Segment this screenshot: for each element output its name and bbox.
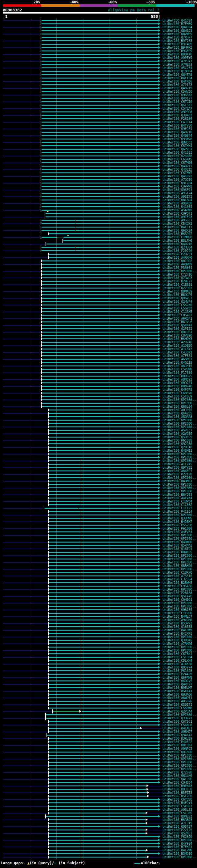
hsp-bar — [49, 460, 158, 461]
hsp-bar — [49, 586, 158, 587]
subject-overhang-line — [3, 725, 48, 725]
alignment-start-tick — [48, 646, 49, 648]
subject-overhang-line — [161, 434, 162, 434]
arrowhead-icon — [158, 802, 160, 804]
hsp-bar — [41, 74, 158, 75]
arrowhead-icon — [158, 219, 160, 221]
query-gap-dot — [75, 220, 76, 221]
query-gap-dot — [80, 775, 81, 776]
arrowhead-icon — [158, 66, 160, 69]
alignment-start-tick — [41, 29, 41, 32]
subject-overhang-line — [161, 501, 162, 502]
alignment-start-tick — [48, 449, 49, 452]
hsp-bar — [49, 653, 158, 654]
alignment-start-tick — [48, 602, 49, 604]
hsp-bar — [49, 799, 158, 800]
subject-overhang-line — [161, 664, 162, 664]
hsp-bar — [46, 714, 158, 715]
alignment-start-tick — [41, 155, 41, 157]
hsp-bar — [49, 450, 158, 451]
subject-overhang-line — [161, 711, 162, 712]
query-gap-dot — [80, 504, 81, 505]
arrowhead-icon — [158, 419, 160, 421]
subject-overhang-line — [148, 823, 162, 824]
arrowhead-icon — [158, 520, 160, 523]
alignment-start-tick — [41, 365, 42, 367]
arrowhead-icon — [158, 751, 160, 753]
arrowhead-icon — [158, 771, 160, 773]
subject-overhang-line — [3, 210, 41, 211]
subject-overhang-line — [161, 440, 162, 441]
alignment-start-tick — [48, 774, 49, 777]
alignment-start-tick — [48, 473, 49, 476]
query-gap-dot — [80, 569, 81, 570]
query-gap-dot — [80, 830, 81, 831]
arrowhead-icon — [158, 121, 160, 123]
alignment-start-tick — [41, 398, 42, 401]
query-gap-dot — [80, 616, 81, 617]
hsp-bar — [49, 528, 158, 529]
subject-overhang-line — [161, 840, 162, 841]
subject-overhang-line — [161, 102, 162, 102]
arrowhead-icon — [158, 453, 160, 455]
arrowhead-icon — [158, 507, 160, 509]
subject-overhang-line — [3, 413, 48, 414]
alignment-start-tick — [48, 520, 49, 523]
hit-label[interactable]: UniRef100_UPI000.. — [163, 856, 196, 859]
query-gap-dot — [80, 572, 81, 573]
hsp-bar — [49, 792, 147, 793]
arrowhead-icon — [158, 97, 160, 99]
hsp-bar — [41, 30, 158, 31]
arrowhead-icon — [158, 239, 160, 242]
subject-overhang-line — [161, 278, 162, 278]
arrowhead-icon — [158, 378, 160, 380]
alignment-start-tick — [41, 293, 42, 296]
arrowhead-icon — [158, 544, 160, 547]
subject-overhang-line — [3, 569, 48, 570]
alignment-start-tick — [48, 517, 49, 520]
hsp-bar — [49, 565, 158, 566]
subject-overhang-line — [161, 284, 162, 285]
alignment-start-tick — [48, 439, 49, 442]
arrowhead-icon — [158, 676, 160, 679]
arrowhead-icon — [158, 764, 160, 767]
arrowhead-icon — [158, 361, 160, 364]
scale-sample-label: =100char. — [141, 861, 161, 865]
subject-overhang-line — [161, 745, 162, 746]
subject-overhang-line — [3, 88, 41, 89]
query-gap-dot — [80, 762, 81, 763]
alignment-start-tick — [48, 662, 49, 665]
arrowhead-icon — [158, 371, 160, 374]
alignment-start-tick — [48, 629, 49, 631]
alignment-start-tick — [48, 673, 49, 676]
query-gap-dot — [80, 677, 81, 678]
subject-overhang-line — [161, 461, 162, 461]
hsp-bar — [49, 663, 158, 664]
alignment-start-tick — [41, 371, 42, 374]
arrowhead-icon — [158, 442, 160, 445]
arrowhead-icon — [158, 568, 160, 570]
hsp-bar — [49, 701, 158, 702]
hsp-bar — [49, 630, 158, 630]
hsp-bar — [49, 596, 158, 597]
hsp-bar — [41, 220, 158, 221]
alignment-start-tick — [48, 805, 49, 808]
arrowhead-icon — [158, 470, 160, 472]
alignment-start-tick — [41, 127, 41, 130]
hsp-bar — [46, 816, 158, 817]
hsp-bar — [49, 843, 158, 844]
arrowhead-icon — [158, 615, 160, 618]
subject-overhang-line — [161, 20, 162, 21]
subject-overhang-line — [150, 796, 162, 797]
hsp-bar — [49, 782, 158, 783]
arrowhead-icon — [158, 277, 160, 279]
subject-overhang-line — [161, 291, 162, 292]
alignment-start-tick — [48, 791, 49, 794]
subject-overhang-line — [3, 108, 41, 109]
subject-gap-line — [57, 237, 64, 238]
alignment-start-tick — [48, 757, 49, 760]
hsp-bar — [49, 433, 158, 434]
query-gap-dot — [80, 833, 81, 834]
query-gap-dot — [80, 596, 81, 597]
subject-overhang-line — [161, 691, 162, 691]
